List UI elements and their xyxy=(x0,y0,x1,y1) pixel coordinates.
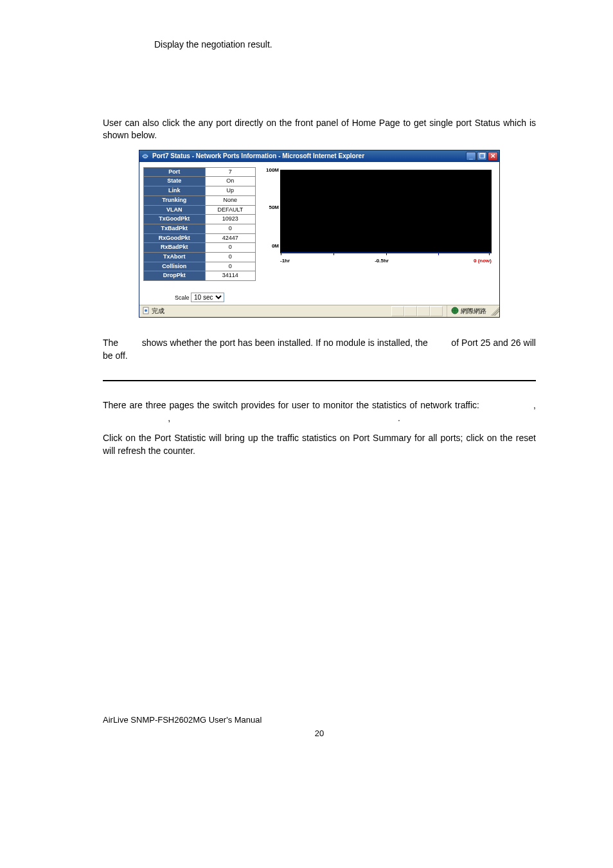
table-row: StateOn xyxy=(144,177,256,186)
statusbar: 完成 網際網路 xyxy=(139,305,499,317)
maximize-button[interactable]: ❐ xyxy=(477,152,487,161)
xtick-left: -1hr xyxy=(280,258,290,264)
para-negotiation: Display the negotiation result. xyxy=(154,39,536,51)
stat-value: 42447 xyxy=(205,233,255,243)
titlebar[interactable]: Port7 Status - Network Ports Information… xyxy=(139,150,499,162)
stat-value: 0 xyxy=(205,262,255,271)
traffic-chart: 100M 50M 0M -1hr -0.5hr xyxy=(261,167,495,302)
port-stats-table: Port7StateOnLinkUpTrunkingNoneVLANDEFAUL… xyxy=(143,167,256,281)
table-row: TxAbort0 xyxy=(144,252,256,262)
close-button[interactable]: ✕ xyxy=(488,152,498,161)
stat-value: On xyxy=(205,177,255,186)
stat-value: 0 xyxy=(205,224,255,233)
table-row: VLANDEFAULT xyxy=(144,205,256,215)
stat-value: Up xyxy=(205,186,255,196)
footer-manual: AirLive SNMP-FSH2602MG User's Manual xyxy=(103,715,536,725)
page-number: 20 xyxy=(103,728,536,738)
status-zone: 網際網路 xyxy=(461,307,486,316)
table-row: RxBadPkt0 xyxy=(144,243,256,253)
stat-label: State xyxy=(144,177,206,186)
status-segment xyxy=(430,306,443,316)
scale-label: Scale xyxy=(175,294,190,301)
stat-label: RxBadPkt xyxy=(144,243,206,253)
stat-value: 7 xyxy=(205,167,255,177)
table-row: LinkUp xyxy=(144,186,256,196)
table-row: TrunkingNone xyxy=(144,195,256,205)
ie-page-icon xyxy=(142,307,150,316)
stat-value: 34114 xyxy=(205,271,255,281)
stat-label: TxBadPkt xyxy=(144,224,206,233)
xtick-right: 0 (now) xyxy=(474,258,492,264)
stat-label: Link xyxy=(144,186,206,196)
stat-label: Port xyxy=(144,167,206,177)
port-status-window: Port7 Status - Network Ports Information… xyxy=(139,150,500,318)
stat-label: TxAbort xyxy=(144,252,206,262)
ytick-top: 100M xyxy=(261,167,279,173)
svg-point-0 xyxy=(143,153,148,159)
para-state: The shows whether the port has been inst… xyxy=(103,337,536,362)
table-row: Collision0 xyxy=(144,262,256,271)
stat-value: 10923 xyxy=(205,215,255,224)
status-segment xyxy=(391,306,404,316)
status-done: 完成 xyxy=(152,307,164,316)
scale-control: Scale 10 sec xyxy=(143,293,256,302)
table-row: Port7 xyxy=(144,167,256,177)
internet-zone-icon xyxy=(451,307,459,316)
stat-value: None xyxy=(205,195,255,205)
resize-grip-icon[interactable] xyxy=(490,307,499,316)
ie-icon xyxy=(141,152,150,161)
para-port-statistic: Click on the Port Statistic will bring u… xyxy=(103,432,536,457)
scale-select[interactable]: 10 sec xyxy=(191,293,224,302)
table-row: DropPkt34114 xyxy=(144,271,256,281)
minimize-button[interactable]: _ xyxy=(466,152,476,161)
para-click-port: User can also click the any port directl… xyxy=(103,117,536,142)
stat-value: DEFAULT xyxy=(205,205,255,215)
window-title: Port7 Status - Network Ports Information… xyxy=(152,152,466,159)
table-row: TxBadPkt0 xyxy=(144,224,256,233)
chart-plot-area xyxy=(280,170,492,253)
table-row: RxGoodPkt42447 xyxy=(144,233,256,243)
ytick-bot: 0M xyxy=(261,243,279,249)
stat-label: Collision xyxy=(144,262,206,271)
stat-label: DropPkt xyxy=(144,271,206,281)
stat-label: RxGoodPkt xyxy=(144,233,206,243)
para-three-pages: There are three pages the switch provide… xyxy=(103,399,536,424)
ytick-mid: 50M xyxy=(261,204,279,210)
stat-label: VLAN xyxy=(144,205,206,215)
stat-label: TxGoodPkt xyxy=(144,215,206,224)
status-segment xyxy=(417,306,430,316)
table-row: TxGoodPkt10923 xyxy=(144,215,256,224)
svg-point-2 xyxy=(145,309,147,312)
section-divider xyxy=(103,380,536,381)
xtick-mid: -0.5hr xyxy=(375,258,389,264)
stat-label: Trunking xyxy=(144,195,206,205)
stat-value: 0 xyxy=(205,252,255,262)
stat-value: 0 xyxy=(205,243,255,253)
status-segment xyxy=(404,306,417,316)
